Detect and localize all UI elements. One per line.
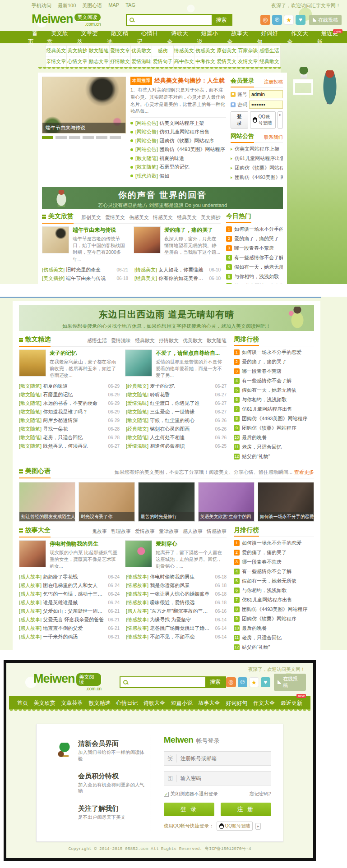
rank-item[interactable]: 团购仿《软栗》网站程序 (234, 615, 314, 622)
rank-item[interactable]: 爱的痛了，痛的哭了 (234, 549, 314, 556)
article-category[interactable]: 感人故事 (19, 634, 42, 640)
featured-article-title[interactable]: 经典美文美句摘抄：人生就 (154, 77, 225, 85)
article-title[interactable]: 麦子的记忆 (150, 383, 212, 390)
article-category[interactable]: 感人故事 (126, 608, 148, 615)
article-thumbnail[interactable] (125, 349, 152, 377)
search-button[interactable]: 搜索 (205, 676, 225, 688)
rank-item[interactable]: 假如有一天，她老无所依 (234, 387, 314, 394)
article-category[interactable]: 感人故事 (19, 574, 42, 580)
article-category[interactable]: 情感故事 (126, 599, 148, 606)
photo-card[interactable]: 最苦的时光是修行 (138, 482, 194, 522)
nav-item[interactable]: 文章荟萃 (60, 698, 85, 707)
article-category[interactable]: 散文随笔 (19, 417, 42, 424)
article-category[interactable]: 散文随笔 (126, 417, 148, 424)
section-link[interactable]: 优美散文 (183, 337, 203, 344)
sina-weibo-icon[interactable]: ◎ (260, 15, 270, 25)
article-title[interactable]: 寻找一朵花 (43, 426, 105, 432)
article-thumbnail[interactable] (19, 349, 46, 377)
section-link[interactable]: 感悟生活 (87, 337, 107, 344)
online-submit-button[interactable]: 在线投稿 (309, 15, 342, 25)
article-title[interactable]: 两岸乡愁道情深 (43, 417, 105, 424)
article-category[interactable]: 感人故事 (19, 608, 42, 615)
search-input[interactable] (136, 15, 212, 24)
notice-title[interactable]: 仿61儿童网站程序出售 (235, 155, 283, 162)
article-title[interactable]: 初夏的味道 (159, 155, 184, 162)
article-category[interactable]: 散文随笔 (19, 426, 42, 432)
article-title[interactable]: 你有你的如花美眷，我有我的似水 (158, 275, 206, 282)
topbar-link[interactable]: 最新100 (58, 3, 76, 8)
article-category[interactable]: 感人故事 (19, 582, 42, 589)
search-input[interactable] (130, 678, 205, 687)
notice-title[interactable]: 团购仿《软栗》网站程序 (235, 165, 283, 171)
subnav-link[interactable]: 原创美文 (216, 46, 237, 56)
nav-item[interactable]: 最近更新 (279, 698, 304, 707)
carousel-dot[interactable] (69, 136, 80, 139)
article-thumbnail[interactable] (42, 226, 69, 253)
sina-weibo-icon[interactable]: ◎ (226, 677, 236, 687)
rank-item[interactable]: 如何谈一场永不分手的恋爱 (234, 540, 314, 547)
nav-item[interactable]: 故事大全 (227, 29, 257, 46)
article-title[interactable]: 我是你遗落的风景 (150, 582, 212, 589)
notice-title[interactable]: 仿美文网站程序上架 (235, 146, 279, 152)
search-button[interactable]: 搜索 (212, 14, 231, 26)
article-title[interactable]: 人生何处不相逢 (150, 434, 212, 441)
carousel-dot[interactable] (110, 136, 121, 139)
article-category[interactable]: 感人故事 (19, 616, 42, 623)
article-category[interactable]: 网站公告 (135, 138, 158, 144)
article-title[interactable]: 红尘渡口，你遇见了谁 (150, 400, 212, 407)
nav-item[interactable]: 散文精选 (87, 698, 112, 707)
article-title[interactable]: 父爱如山：父亲逝世一周年纪念 (43, 608, 105, 615)
article-category[interactable]: 散文随笔 (19, 400, 42, 407)
article-title[interactable]: 团购仿《4493美图》网站程序 (159, 146, 225, 153)
article-category[interactable]: 散文随笔 (126, 409, 148, 415)
article-category[interactable]: 经典散文 (126, 383, 148, 390)
rank-item[interactable]: 有一些感情你不会了解 (226, 254, 283, 261)
site-logo[interactable]: Meiwen 美文阅读 .com.cn (33, 673, 102, 691)
article-category[interactable]: 散文随笔 (19, 443, 42, 450)
rank-item[interactable]: 姑父的“礼物” (234, 453, 314, 460)
like-heart-icon[interactable]: ♥ (261, 677, 271, 687)
article-title[interactable]: 乞丐的一句话，感动十三亿人 (43, 591, 105, 597)
article-category[interactable]: 伤感美文 (42, 266, 65, 273)
article-category[interactable]: 散文随笔 (126, 391, 148, 398)
article-category[interactable]: 感人故事 (19, 591, 42, 597)
article-title[interactable]: 老爸跳广场舞竟跳出了婚外情 (150, 625, 212, 632)
article-title[interactable]: 女人如花，你要懂她 (158, 266, 206, 273)
rank-item[interactable]: 假如有一天，她老无所依 (226, 264, 283, 271)
article-title[interactable]: 仿美文网站程序上架 (159, 120, 204, 127)
rank-item[interactable]: 老房，只适合回忆 (234, 634, 314, 641)
article-title[interactable]: 守候，红尘里的初心 (150, 417, 212, 424)
article-title[interactable]: 不爱了，请留点自尊给自... (156, 349, 227, 357)
rank-item[interactable]: 仿61儿童网站程序出售 (226, 283, 283, 284)
subnav-link[interactable]: 美文摘抄 (67, 46, 88, 56)
subnav-link[interactable]: 经典美文 (46, 46, 67, 56)
nav-item[interactable]: 作文大全 (251, 698, 277, 707)
rank-item[interactable]: 与你相约，浅浅如歌 (234, 587, 314, 594)
article-title[interactable]: 铭刻在心灵的图画 (150, 426, 212, 432)
qq-login-button[interactable]: QQ账号登陆 (250, 111, 276, 129)
section-link[interactable]: 原创美文 (81, 214, 101, 221)
topbar-link[interactable]: MAP (108, 2, 119, 8)
subnav-link[interactable]: 伤感美文 (195, 46, 216, 56)
nav-item[interactable]: 好词好句 (224, 698, 249, 707)
subnav-link[interactable]: 心情文章 (67, 56, 88, 67)
subnav-link[interactable]: 散文随笔 (88, 46, 110, 56)
subnav-link[interactable]: 爱情滋味 (131, 56, 152, 67)
subnav-link[interactable]: 情感美文 (174, 46, 195, 56)
article-title[interactable]: 不如不见，不如不恋 (150, 634, 212, 640)
carousel-dot[interactable] (42, 136, 53, 139)
section-link[interactable]: 抒情散文 (159, 337, 179, 344)
article-title[interactable]: 你知道我是谁了吗？ (43, 409, 105, 415)
tencent-weibo-icon[interactable]: ℗ (272, 15, 282, 25)
rank-item[interactable]: 哪一段青春不荒唐 (234, 368, 314, 375)
subnav-link[interactable]: 励志文章 (88, 56, 110, 67)
subnav-link[interactable]: 感伤 (152, 46, 173, 56)
contact-link[interactable]: 联系我们 (264, 134, 283, 141)
nav-item[interactable]: 故事大全 (197, 698, 222, 707)
carousel-image[interactable]: 端午节由来与传说 (42, 77, 126, 133)
nav-item[interactable]: 心情日记 (137, 29, 167, 46)
rank-item[interactable]: 姑父的“礼物” (234, 644, 314, 650)
article-thumbnail[interactable] (125, 540, 152, 567)
section-link[interactable]: 鬼故事 (92, 528, 107, 535)
rank-item[interactable]: 有一些感情你不会了解 (234, 377, 314, 384)
